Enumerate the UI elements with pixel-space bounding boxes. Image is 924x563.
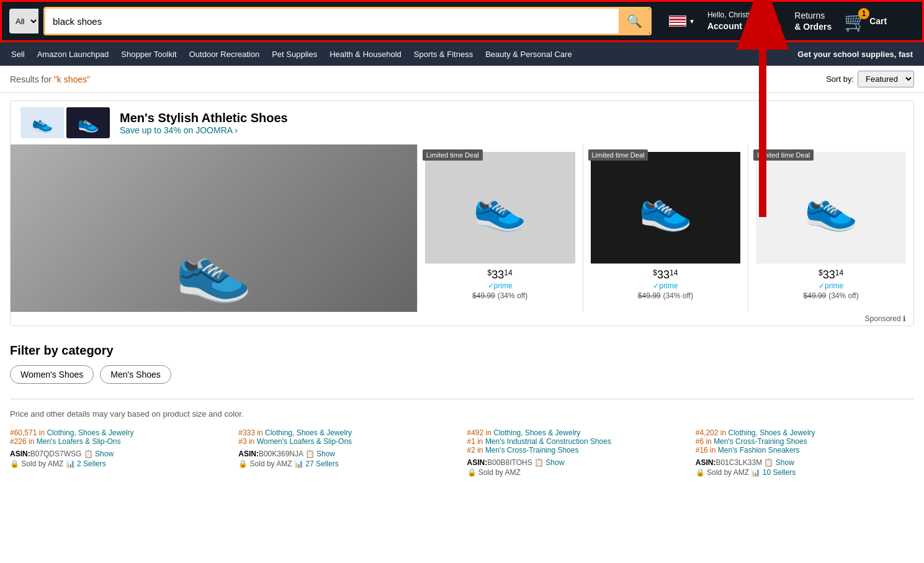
seller-name-2: Sold by AMZ [250, 459, 292, 468]
product-image-1: 👟 [425, 152, 575, 264]
rank-row-2: #333 in Clothing, Shoes & Jewelry [238, 428, 457, 437]
nav-item-toolkit[interactable]: Shopper Toolkit [115, 45, 182, 64]
rank-row-2b: #3 in Women's Loafers & Slip-Ons [238, 437, 457, 446]
language-selector[interactable]: ▼ [669, 16, 695, 27]
copy-icon-4: 📋 [764, 458, 773, 467]
cart-count-badge: 1 [858, 8, 869, 19]
price-dollar-2: 33 [657, 268, 670, 281]
price-area-3: $3314 ✓prime $49.99 (34% off) [804, 268, 859, 300]
nav-item-outdoor[interactable]: Outdoor Recreation [183, 45, 266, 64]
price-main-3: $3314 [804, 268, 859, 282]
asin-value-1: B07QDS7WSG [30, 450, 82, 458]
price-area-1: $3314 ✓prime $49.99 (34% off) [472, 268, 527, 300]
sellers-count-1: 2 Sellers [77, 459, 106, 468]
filter-tag-mens[interactable]: Men's Shoes [100, 365, 171, 384]
original-price-text-1: $49.99 [472, 291, 495, 300]
product-image-3: 👟 [756, 152, 906, 264]
asin-row-2: ASIN:B00K369NJA 📋 Show [238, 450, 457, 458]
account-menu[interactable]: Hello, Christine Account & Lists ▼ [707, 11, 782, 32]
banner-promo-link[interactable]: Save up to 34% on JOOMRA › [120, 125, 288, 135]
sponsored-banner: 👟 👟 Men's Stylish Athletic Shoes Save up… [10, 100, 914, 326]
filter-title: Filter by category [10, 344, 914, 358]
show-link-1[interactable]: Show [95, 450, 114, 458]
sponsored-footer: Sponsored ℹ [11, 312, 913, 326]
seller-name-4: Sold by AMZ [707, 468, 749, 477]
search-bar-wrapper: 🔍 [43, 7, 652, 35]
asin-label-3: ASIN: [467, 458, 488, 467]
rank-category-3b[interactable]: Men's Industrial & Construction Shoes [485, 437, 611, 446]
brand-thumb-1: 👟 [20, 107, 64, 138]
seller-row-2: 🔒 Sold by AMZ 📊 27 Sellers [238, 459, 457, 468]
rank-category-3a[interactable]: Clothing, Shoes & Jewelry [493, 428, 580, 437]
show-link-2[interactable]: Show [316, 450, 335, 458]
product-item-4: #4,202 in Clothing, Shoes & Jewelry #6 i… [696, 428, 914, 477]
nav-item-sports[interactable]: Sports & Fitness [408, 45, 479, 64]
rank-row-3c: #2 in Men's Cross-Training Shoes [467, 446, 686, 454]
flag-icon [669, 16, 686, 27]
banner-title-area: Men's Stylish Athletic Shoes Save up to … [120, 111, 288, 135]
chart-icon-4: 📊 [751, 468, 760, 477]
brand-thumbnails: 👟 👟 [20, 107, 110, 138]
sponsored-info-icon[interactable]: ℹ [903, 314, 906, 323]
chart-icon-2: 📊 [294, 459, 303, 468]
returns-menu[interactable]: Returns & Orders [794, 10, 832, 32]
price-main-2: $3314 [638, 268, 693, 282]
copy-icon-1: 📋 [84, 450, 93, 458]
price-main-1: $3314 [472, 268, 527, 282]
rank-category-2a[interactable]: Clothing, Shoes & Jewelry [265, 428, 352, 437]
chevron-down-icon: ▼ [689, 18, 695, 25]
asin-label-4: ASIN: [696, 458, 716, 467]
rank-category-2b[interactable]: Women's Loafers & Slip-Ons [257, 437, 352, 446]
asin-label-2: ASIN: [238, 450, 259, 458]
category-select[interactable]: All [9, 9, 38, 33]
asin-label-1: ASIN: [10, 450, 30, 458]
navigation-bar: Sell Amazon Launchpad Shopper Toolkit Ou… [0, 42, 924, 66]
discount-text-1: (34% off) [498, 291, 527, 300]
nav-item-pet[interactable]: Pet Supplies [266, 45, 323, 64]
filter-tag-womens[interactable]: Women's Shoes [10, 365, 94, 384]
rank-category-4c[interactable]: Men's Fashion Sneakers [718, 446, 800, 454]
original-price-1: $49.99 (34% off) [472, 290, 527, 300]
copy-icon-3: 📋 [534, 458, 544, 467]
banner-main-image: 👟 [11, 144, 417, 312]
rank-row-1b: #226 in Men's Loafers & Slip-Ons [10, 437, 228, 446]
search-button[interactable]: 🔍 [619, 9, 650, 33]
show-link-4[interactable]: Show [776, 458, 794, 467]
search-input[interactable] [45, 9, 619, 33]
cart-label: Cart [869, 16, 887, 26]
lock-icon-1: 🔒 [10, 459, 19, 468]
rank-category-1b[interactable]: Men's Loafers & Slip-Ons [37, 437, 121, 446]
cart-button[interactable]: 🛒 1 Cart [844, 11, 887, 32]
sort-select[interactable]: Featured [858, 71, 914, 87]
asin-value-2: B00K369NJA [259, 450, 303, 458]
deal-badge-1: Limited time Deal [423, 149, 483, 161]
rank-row-3: #492 in Clothing, Shoes & Jewelry [467, 428, 686, 437]
banner-header: 👟 👟 Men's Stylish Athletic Shoes Save up… [11, 101, 913, 144]
prime-badge-3: ✓prime [804, 282, 859, 290]
nav-item-sell[interactable]: Sell [5, 45, 31, 64]
rank-category-3c[interactable]: Men's Cross-Training Shoes [485, 446, 579, 454]
product-image-2: 👟 [591, 152, 741, 264]
rank-category-4a[interactable]: Clothing, Shoes & Jewelry [728, 428, 815, 437]
price-area-2: $3314 ✓prime $49.99 (34% off) [638, 268, 693, 300]
prime-badge-2: ✓prime [638, 282, 693, 290]
results-query: Results for "k shoes" [10, 74, 90, 84]
banner-products-row: 👟 👟 Limited time Deal $3314 ✓prime $49.9… [11, 144, 913, 312]
product-card-2[interactable]: 👟 Limited time Deal $3314 ✓prime $49.99 … [583, 144, 748, 312]
asin-value-4: B01C3LK33M [715, 458, 762, 467]
rank-number-4c: #16 [696, 446, 708, 454]
product-card-1[interactable]: 👟 Limited time Deal $3314 ✓prime $49.99 … [417, 144, 583, 312]
show-link-3[interactable]: Show [545, 458, 564, 467]
rank-category-1a[interactable]: Clothing, Shoes & Jewelry [47, 428, 133, 437]
nav-item-launchpad[interactable]: Amazon Launchpad [31, 45, 115, 64]
lock-icon-4: 🔒 [696, 468, 705, 477]
nav-item-beauty[interactable]: Beauty & Personal Care [479, 45, 578, 64]
product-card-3[interactable]: 👟 Limited time Deal $3314 ✓prime $49.99 … [748, 144, 913, 312]
greeting-text: Hello, Christine [707, 11, 782, 20]
rank-category-4b[interactable]: Men's Cross-Training Shoes [714, 437, 807, 446]
product-item-1: #60,571 in Clothing, Shoes & Jewelry #22… [10, 428, 228, 477]
rank-number-1b: #226 [10, 437, 27, 446]
original-price-3: $49.99 (34% off) [804, 290, 859, 300]
nav-item-health[interactable]: Health & Household [323, 45, 408, 64]
main-shoe-image: 👟 [175, 233, 253, 306]
